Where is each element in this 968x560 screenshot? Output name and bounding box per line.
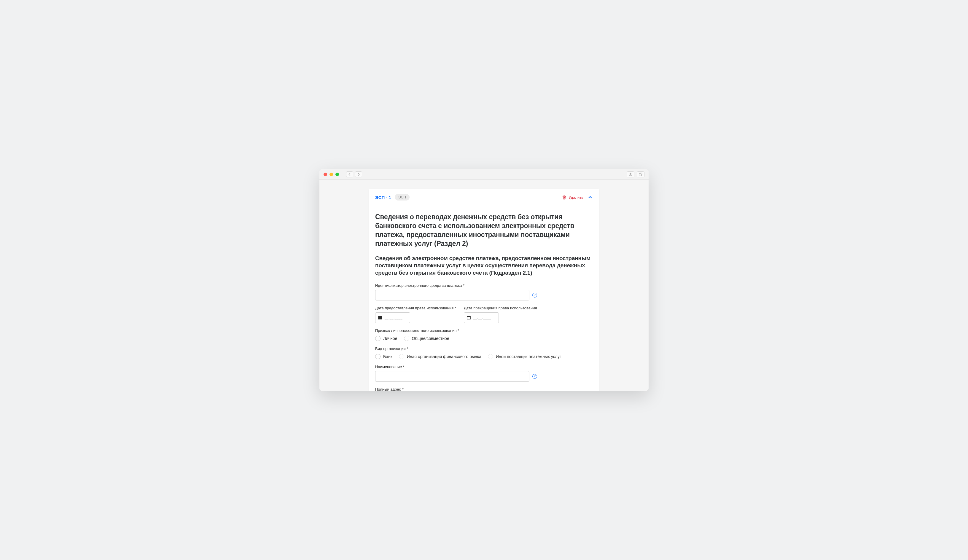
date-placeholder: __.__.____ (473, 316, 491, 320)
card-badge: ЭСП (395, 194, 409, 200)
help-icon[interactable]: ? (532, 374, 537, 379)
subsection-heading: Сведения об электронном средстве платежа… (375, 255, 593, 277)
date-end-input[interactable]: __.__.____ (464, 312, 499, 323)
radio-label: Иная организация финансового рынка (407, 354, 481, 359)
section-heading: Сведения о переводах денежных средств бе… (375, 213, 593, 248)
app-window: ЭСП - 1 ЭСП Удалить Сведения о переводах… (320, 169, 648, 391)
radio-org-bank[interactable]: Банк (375, 354, 392, 359)
viewport: ЭСП - 1 ЭСП Удалить Сведения о переводах… (320, 180, 648, 391)
delete-button[interactable]: Удалить (562, 195, 583, 200)
radio-label: Иной поставщик платёжных услуг (496, 354, 561, 359)
nav-buttons (346, 171, 362, 177)
field-label: Наименование * (375, 364, 593, 369)
radio-label: Личное (383, 336, 398, 341)
radio-icon (488, 354, 493, 359)
field-label: Дата прекращения права использования (464, 306, 537, 310)
svg-rect-2 (378, 316, 382, 317)
help-icon[interactable]: ? (532, 293, 537, 298)
share-icon[interactable] (627, 171, 634, 177)
radio-usage-personal[interactable]: Личное (375, 336, 398, 341)
minimize-window-icon[interactable] (330, 172, 333, 176)
trash-icon (562, 195, 567, 200)
window-controls (323, 172, 339, 176)
collapse-button[interactable] (587, 195, 593, 200)
radio-icon (404, 336, 409, 341)
form-card: ЭСП - 1 ЭСП Удалить Сведения о переводах… (369, 189, 599, 391)
calendar-icon (466, 315, 471, 320)
field-label: Идентификатор электронного средства плат… (375, 283, 593, 288)
delete-label: Удалить (569, 195, 583, 200)
radio-icon (375, 336, 381, 341)
card-header: ЭСП - 1 ЭСП Удалить (369, 189, 599, 206)
identifier-input[interactable] (375, 290, 529, 300)
radio-usage-shared[interactable]: Общее/совместное (404, 336, 449, 341)
field-date-end: Дата прекращения права использования __.… (464, 306, 537, 323)
field-label: Дата предоставления права использования … (375, 306, 456, 310)
radio-org-other-provider[interactable]: Иной поставщик платёжных услуг (488, 354, 561, 359)
field-usage: Признак личного/совместного использовани… (375, 328, 593, 341)
radio-label: Банк (383, 354, 392, 359)
field-label: Признак личного/совместного использовани… (375, 328, 593, 333)
svg-rect-4 (467, 316, 470, 317)
forward-button[interactable] (355, 171, 362, 177)
name-input[interactable] (375, 371, 529, 382)
back-button[interactable] (346, 171, 353, 177)
date-row: Дата предоставления права использования … (375, 306, 593, 323)
chevron-up-icon (588, 196, 592, 199)
radio-icon (375, 354, 381, 359)
field-org-type: Вид организации * Банк Иная организация … (375, 346, 593, 359)
svg-rect-0 (639, 174, 641, 176)
card-title: ЭСП - 1 (375, 195, 391, 200)
maximize-window-icon[interactable] (335, 172, 339, 176)
field-address: Полный адрес * (375, 387, 593, 391)
field-identifier: Идентификатор электронного средства плат… (375, 283, 593, 300)
card-body: Сведения о переводах денежных средств бе… (369, 206, 599, 391)
field-date-grant: Дата предоставления права использования … (375, 306, 456, 323)
radio-org-other-fin[interactable]: Иная организация финансового рынка (399, 354, 481, 359)
field-label: Вид организации * (375, 346, 593, 351)
tabs-icon[interactable] (637, 171, 645, 177)
field-name: Наименование * ? (375, 364, 593, 382)
radio-icon (399, 354, 404, 359)
field-label: Полный адрес * (375, 387, 593, 391)
date-grant-input[interactable]: __.__.____ (375, 312, 410, 323)
calendar-icon (378, 315, 382, 320)
titlebar (320, 169, 648, 180)
date-placeholder: __.__.____ (385, 316, 403, 320)
radio-label: Общее/совместное (412, 336, 449, 341)
close-window-icon[interactable] (323, 172, 327, 176)
